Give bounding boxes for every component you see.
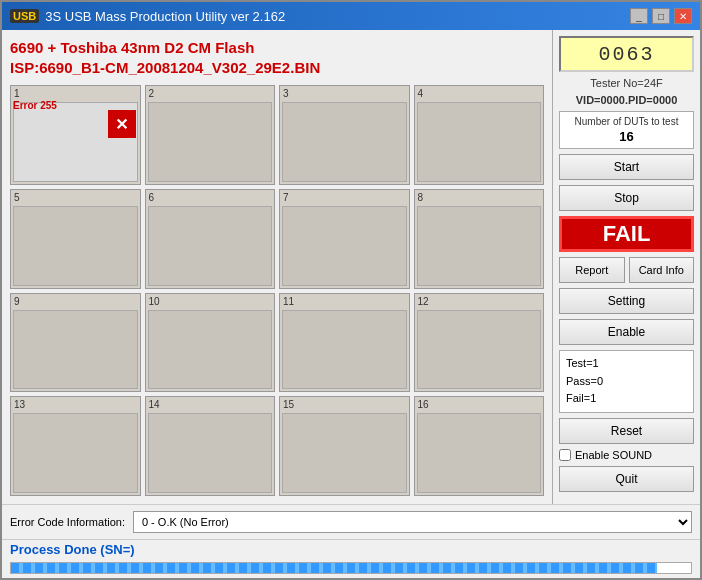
slot-11: 11 [279,293,410,393]
main-window: USB 3S USB Mass Production Utility ver 2… [0,0,702,580]
progress-bar-fill [11,563,657,573]
slot-1: 1Error 255✕ [10,85,141,185]
enable-sound-checkbox[interactable] [559,449,571,461]
slot-inner [13,310,138,390]
error-dropdown[interactable]: 0 - O.K (No Error)1 - Error255 - Error 2… [133,511,692,533]
slot-12: 12 [414,293,545,393]
slot-number: 2 [149,88,155,99]
counter-display: 0063 [559,36,694,72]
maximize-button[interactable]: □ [652,8,670,24]
slot-inner [417,206,542,286]
slot-13: 13 [10,396,141,496]
status-bar: Process Done (SN=) [2,539,700,559]
main-content: 6690 + Toshiba 43nm D2 CM Flash ISP:6690… [2,30,700,504]
slot-5: 5 [10,189,141,289]
enable-sound-row: Enable SOUND [559,449,694,461]
slot-number: 11 [283,296,294,307]
report-cardinfo-row: Report Card Info [559,257,694,283]
start-button[interactable]: Start [559,154,694,180]
slot-8: 8 [414,189,545,289]
slot-number: 13 [14,399,25,410]
slot-number: 15 [283,399,294,410]
slot-4: 4 [414,85,545,185]
stat-test: Test=1 [566,355,687,373]
reset-button[interactable]: Reset [559,418,694,444]
vid-pid: VID=0000.PID=0000 [559,94,694,106]
slot-9: 9 [10,293,141,393]
slot-inner [417,413,542,493]
window-title: 3S USB Mass Production Utility ver 2.162 [45,9,285,24]
slot-number: 7 [283,192,289,203]
slot-number: 9 [14,296,20,307]
card-info-button[interactable]: Card Info [629,257,695,283]
progress-bar-container [10,562,692,574]
slot-inner [417,310,542,390]
slot-inner [148,413,273,493]
enable-button[interactable]: Enable [559,319,694,345]
report-button[interactable]: Report [559,257,625,283]
window-controls: _ □ ✕ [630,8,692,24]
slot-6: 6 [145,189,276,289]
bottom-bar: Error Code Information: 0 - O.K (No Erro… [2,504,700,539]
slot-inner [148,206,273,286]
error-x-icon: ✕ [108,110,136,138]
slot-15: 15 [279,396,410,496]
slot-7: 7 [279,189,410,289]
stats-box: Test=1 Pass=0 Fail=1 [559,350,694,413]
stat-fail: Fail=1 [566,390,687,408]
error-label: Error 255 [13,100,57,111]
title-bar: USB 3S USB Mass Production Utility ver 2… [2,2,700,30]
slot-2: 2 [145,85,276,185]
slot-number: 1 [14,88,20,99]
stat-pass: Pass=0 [566,373,687,391]
slot-inner [148,102,273,182]
slot-14: 14 [145,396,276,496]
error-code-label: Error Code Information: [10,516,125,528]
tester-no: Tester No=24F [559,77,694,89]
dut-value: 16 [564,129,689,144]
slot-inner [148,310,273,390]
slot-inner [282,206,407,286]
stop-button[interactable]: Stop [559,185,694,211]
setting-button[interactable]: Setting [559,288,694,314]
slot-16: 16 [414,396,545,496]
slot-inner [13,206,138,286]
minimize-button[interactable]: _ [630,8,648,24]
slot-inner [13,413,138,493]
slot-number: 10 [149,296,160,307]
slot-number: 5 [14,192,20,203]
left-panel: 6690 + Toshiba 43nm D2 CM Flash ISP:6690… [2,30,552,504]
slot-number: 14 [149,399,160,410]
slots-grid: 1Error 255✕2345678910111213141516 [10,85,544,496]
right-panel: 0063 Tester No=24F VID=0000.PID=0000 Num… [552,30,700,504]
quit-button[interactable]: Quit [559,466,694,492]
slot-inner [282,102,407,182]
close-button[interactable]: ✕ [674,8,692,24]
slot-number: 6 [149,192,155,203]
fail-badge: FAIL [559,216,694,252]
slot-number: 4 [418,88,424,99]
slot-number: 16 [418,399,429,410]
dut-label: Number of DUTs to test [564,116,689,127]
slot-inner [282,310,407,390]
slot-number: 12 [418,296,429,307]
slot-inner [282,413,407,493]
slot-inner [417,102,542,182]
slot-3: 3 [279,85,410,185]
enable-sound-label: Enable SOUND [575,449,652,461]
usb-icon: USB [10,9,39,23]
slot-10: 10 [145,293,276,393]
slot-number: 8 [418,192,424,203]
slot-number: 3 [283,88,289,99]
device-title: 6690 + Toshiba 43nm D2 CM Flash ISP:6690… [10,38,544,77]
counter-value: 0063 [598,43,654,66]
dut-section: Number of DUTs to test 16 [559,111,694,149]
process-done-text: Process Done (SN=) [10,542,135,557]
